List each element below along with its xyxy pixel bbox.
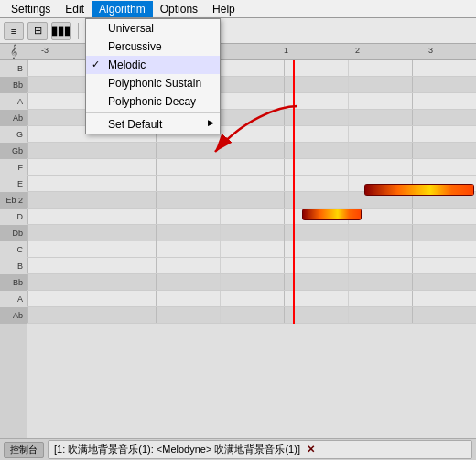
pitch-row-eb2: Eb 2	[0, 192, 27, 209]
grid-vline	[27, 60, 28, 76]
grid-vline	[92, 274, 92, 290]
grid-vline	[284, 307, 285, 323]
menu-help[interactable]: Help	[205, 1, 243, 17]
grid-vline	[348, 274, 349, 290]
grid-vline	[412, 241, 413, 257]
menu-item-polyphonic-sustain[interactable]: Polyphonic Sustain	[86, 74, 220, 92]
time-mark-neg3: -3	[41, 46, 49, 55]
grid-vline	[284, 192, 285, 208]
grid-vline	[156, 192, 157, 208]
editor-area: 𝄞 BBbAAbGGbFEEb 2DDbCBBbAAb -3 1 2 3	[0, 44, 476, 438]
grid-vline	[412, 274, 413, 290]
grid-vline	[92, 159, 92, 175]
grid-vline	[284, 241, 285, 257]
grid-vline	[27, 93, 28, 109]
grid-vline	[412, 209, 413, 224]
statusbar-close-btn[interactable]: ✕	[307, 444, 315, 455]
pitch-axis: 𝄞 BBbAAbGGbFEEb 2DDbCBBbAAb	[0, 44, 27, 438]
grid-vline	[412, 77, 413, 92]
algorithm-dropdown: Universal Percussive Melodic Polyphonic …	[85, 18, 221, 134]
grid-vline	[27, 176, 28, 191]
grid-vline	[284, 274, 285, 290]
grid-vline	[220, 307, 221, 323]
grid-vline	[220, 291, 221, 306]
grid-vline	[412, 258, 413, 273]
grid-vline	[156, 258, 157, 273]
grid-vline	[27, 307, 28, 323]
grid-vline	[27, 77, 28, 92]
time-mark-2: 2	[355, 46, 360, 55]
menu-algorithm[interactable]: Algorithm	[92, 1, 153, 17]
grid-vline	[27, 291, 28, 306]
treble-clef-icon: 𝄞	[10, 44, 17, 59]
grid-vline	[92, 241, 92, 257]
menu-item-percussive[interactable]: Percussive	[86, 37, 220, 56]
grid-vline	[412, 93, 413, 109]
grid-vline	[27, 225, 28, 241]
grid-row-10	[27, 225, 476, 241]
menubar: Settings Edit Algorithm Options Help	[0, 0, 476, 18]
grid-vline	[348, 225, 349, 241]
grid-vline	[220, 274, 221, 290]
grid-vline	[348, 192, 349, 208]
grid-vline	[348, 159, 349, 175]
grid-vline	[92, 291, 92, 306]
grid-vline	[92, 225, 92, 241]
pitch-row-e: E	[0, 176, 27, 192]
note-blob-2[interactable]	[364, 184, 474, 196]
grid-vline	[27, 241, 28, 257]
grid-row-15	[27, 307, 476, 324]
menu-separator	[86, 112, 220, 113]
menu-item-set-default[interactable]: Set Default	[86, 115, 220, 134]
grid-vline	[412, 225, 413, 241]
toolbar-btn-2[interactable]: ⊞	[27, 22, 48, 40]
grid-vline	[220, 176, 221, 191]
grid-vline	[27, 159, 28, 175]
statusbar-track-info: [1: 吹满地背景音乐(1): <Melodyne> 吹满地背景音乐(1)]	[54, 444, 300, 455]
pitch-row-b: B	[0, 258, 27, 274]
grid-vline	[412, 110, 413, 125]
note-blob-1[interactable]	[302, 209, 362, 220]
grid-vline	[348, 176, 349, 191]
grid-vline	[284, 209, 285, 224]
grid-vline	[92, 209, 92, 224]
grid-vline	[92, 307, 92, 323]
toolbar-sep-1	[78, 23, 79, 39]
note-blob-inner-1	[302, 209, 362, 220]
menu-edit[interactable]: Edit	[58, 1, 92, 17]
pitch-row-a: A	[0, 291, 27, 307]
grid-vline	[412, 126, 413, 142]
grid-vline	[27, 110, 28, 125]
grid-vline	[284, 291, 285, 306]
grid-vline	[348, 143, 349, 158]
time-mark-3: 3	[428, 46, 433, 55]
statusbar-main-text: [1: 吹满地背景音乐(1): <Melodyne> 吹满地背景音乐(1)] ✕	[48, 440, 472, 459]
grid-vline	[284, 60, 285, 76]
grid-vline	[27, 126, 28, 142]
menu-item-universal[interactable]: Universal	[86, 19, 220, 37]
grid-vline	[220, 192, 221, 208]
grid-vline	[156, 274, 157, 290]
grid-vline	[220, 225, 221, 241]
grid-vline	[412, 291, 413, 306]
toolbar-btn-1[interactable]: ≡	[4, 22, 24, 40]
grid-vline	[156, 176, 157, 191]
grid-vline	[156, 209, 157, 224]
menu-item-polyphonic-decay[interactable]: Polyphonic Decay	[86, 92, 220, 111]
toolbar: ≡ ⊞ ▊▊▊ 120 (105) ▾	[0, 18, 476, 44]
pitch-row-db: Db	[0, 225, 27, 241]
grid-vline	[348, 60, 349, 76]
grid-vline	[27, 143, 28, 158]
toolbar-btn-3[interactable]: ▊▊▊	[51, 22, 71, 40]
grid-vline	[156, 225, 157, 241]
menu-options[interactable]: Options	[153, 1, 205, 17]
statusbar-console-label[interactable]: 控制台	[4, 442, 44, 458]
grid-vline	[412, 60, 413, 76]
menu-item-melodic[interactable]: Melodic	[86, 56, 220, 74]
grid-vline	[92, 258, 92, 273]
grid-row-11	[27, 241, 476, 258]
grid-vline	[27, 209, 28, 224]
menu-settings[interactable]: Settings	[4, 1, 58, 17]
grid-vline	[27, 274, 28, 290]
grid-vline	[156, 159, 157, 175]
